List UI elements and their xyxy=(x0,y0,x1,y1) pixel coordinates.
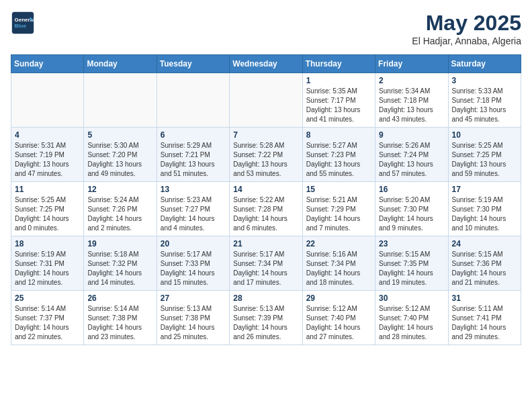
day-number: 22 xyxy=(306,239,371,248)
day-info: Sunrise: 5:24 AM Sunset: 7:26 PM Dayligh… xyxy=(87,195,152,233)
svg-text:Blue: Blue xyxy=(14,23,26,29)
calendar-cell: 6Sunrise: 5:29 AM Sunset: 7:21 PM Daylig… xyxy=(157,128,229,182)
calendar-cell: 8Sunrise: 5:27 AM Sunset: 7:23 PM Daylig… xyxy=(302,128,375,182)
calendar-cell: 14Sunrise: 5:22 AM Sunset: 7:28 PM Dayli… xyxy=(230,182,302,236)
day-number: 16 xyxy=(379,185,444,194)
day-info: Sunrise: 5:28 AM Sunset: 7:22 PM Dayligh… xyxy=(233,141,298,179)
day-number: 10 xyxy=(452,130,517,140)
location: El Hadjar, Annaba, Algeria xyxy=(412,36,521,46)
logo-icon: General Blue xyxy=(11,11,35,35)
day-number: 6 xyxy=(161,130,226,140)
weekday-header-sunday: Sunday xyxy=(11,55,84,73)
calendar-cell: 2Sunrise: 5:34 AM Sunset: 7:18 PM Daylig… xyxy=(375,73,448,128)
calendar-week-3: 11Sunrise: 5:25 AM Sunset: 7:25 PM Dayli… xyxy=(11,182,521,236)
day-info: Sunrise: 5:12 AM Sunset: 7:40 PM Dayligh… xyxy=(306,304,371,342)
day-info: Sunrise: 5:18 AM Sunset: 7:32 PM Dayligh… xyxy=(87,250,152,287)
day-info: Sunrise: 5:33 AM Sunset: 7:18 PM Dayligh… xyxy=(452,87,517,124)
calendar-cell: 21Sunrise: 5:17 AM Sunset: 7:34 PM Dayli… xyxy=(230,236,302,291)
day-info: Sunrise: 5:25 AM Sunset: 7:25 PM Dayligh… xyxy=(15,195,80,233)
calendar-cell: 13Sunrise: 5:23 AM Sunset: 7:27 PM Dayli… xyxy=(157,182,229,236)
day-number: 26 xyxy=(87,293,152,303)
calendar-cell: 11Sunrise: 5:25 AM Sunset: 7:25 PM Dayli… xyxy=(11,182,84,236)
day-info: Sunrise: 5:21 AM Sunset: 7:29 PM Dayligh… xyxy=(306,195,371,233)
calendar-table: SundayMondayTuesdayWednesdayThursdayFrid… xyxy=(11,54,521,345)
calendar-week-5: 25Sunrise: 5:14 AM Sunset: 7:37 PM Dayli… xyxy=(11,291,521,345)
day-info: Sunrise: 5:20 AM Sunset: 7:30 PM Dayligh… xyxy=(379,195,444,233)
calendar-cell: 16Sunrise: 5:20 AM Sunset: 7:30 PM Dayli… xyxy=(375,182,448,236)
day-number: 24 xyxy=(452,239,517,248)
calendar-cell: 22Sunrise: 5:16 AM Sunset: 7:34 PM Dayli… xyxy=(302,236,375,291)
day-info: Sunrise: 5:31 AM Sunset: 7:19 PM Dayligh… xyxy=(15,141,80,179)
day-number: 30 xyxy=(379,293,444,303)
day-number: 9 xyxy=(379,130,444,140)
day-number: 28 xyxy=(233,293,298,303)
weekday-header-monday: Monday xyxy=(84,55,157,73)
calendar-week-2: 4Sunrise: 5:31 AM Sunset: 7:19 PM Daylig… xyxy=(11,128,521,182)
day-number: 20 xyxy=(161,239,226,248)
calendar-cell: 25Sunrise: 5:14 AM Sunset: 7:37 PM Dayli… xyxy=(11,291,84,345)
logo: General Blue xyxy=(11,11,35,35)
weekday-header-tuesday: Tuesday xyxy=(157,55,229,73)
day-info: Sunrise: 5:17 AM Sunset: 7:34 PM Dayligh… xyxy=(233,250,298,287)
day-number: 31 xyxy=(452,293,517,303)
calendar-cell: 15Sunrise: 5:21 AM Sunset: 7:29 PM Dayli… xyxy=(302,182,375,236)
calendar-cell: 12Sunrise: 5:24 AM Sunset: 7:26 PM Dayli… xyxy=(84,182,157,236)
calendar-cell: 23Sunrise: 5:15 AM Sunset: 7:35 PM Dayli… xyxy=(375,236,448,291)
weekday-header-wednesday: Wednesday xyxy=(230,55,302,73)
day-info: Sunrise: 5:35 AM Sunset: 7:17 PM Dayligh… xyxy=(306,87,371,124)
month-title: May 2025 xyxy=(412,11,521,36)
day-number: 29 xyxy=(306,293,371,303)
day-number: 5 xyxy=(87,130,152,140)
day-info: Sunrise: 5:22 AM Sunset: 7:28 PM Dayligh… xyxy=(233,195,298,233)
calendar-cell xyxy=(230,73,302,128)
calendar-week-4: 18Sunrise: 5:19 AM Sunset: 7:31 PM Dayli… xyxy=(11,236,521,291)
title-block: May 2025 El Hadjar, Annaba, Algeria xyxy=(412,11,521,46)
day-info: Sunrise: 5:25 AM Sunset: 7:25 PM Dayligh… xyxy=(452,141,517,179)
day-info: Sunrise: 5:15 AM Sunset: 7:35 PM Dayligh… xyxy=(379,250,444,287)
day-number: 15 xyxy=(306,185,371,194)
day-number: 2 xyxy=(379,76,444,85)
page-header: General Blue May 2025 El Hadjar, Annaba,… xyxy=(11,11,521,46)
calendar-cell: 19Sunrise: 5:18 AM Sunset: 7:32 PM Dayli… xyxy=(84,236,157,291)
calendar-cell: 10Sunrise: 5:25 AM Sunset: 7:25 PM Dayli… xyxy=(448,128,521,182)
day-info: Sunrise: 5:14 AM Sunset: 7:37 PM Dayligh… xyxy=(15,304,80,342)
day-number: 18 xyxy=(15,239,80,248)
day-info: Sunrise: 5:26 AM Sunset: 7:24 PM Dayligh… xyxy=(379,141,444,179)
calendar-cell xyxy=(157,73,229,128)
day-info: Sunrise: 5:30 AM Sunset: 7:20 PM Dayligh… xyxy=(87,141,152,179)
calendar-cell: 28Sunrise: 5:13 AM Sunset: 7:39 PM Dayli… xyxy=(230,291,302,345)
day-number: 21 xyxy=(233,239,298,248)
day-info: Sunrise: 5:12 AM Sunset: 7:40 PM Dayligh… xyxy=(379,304,444,342)
calendar-cell xyxy=(11,73,84,128)
day-number: 19 xyxy=(87,239,152,248)
calendar-cell: 9Sunrise: 5:26 AM Sunset: 7:24 PM Daylig… xyxy=(375,128,448,182)
calendar-header: SundayMondayTuesdayWednesdayThursdayFrid… xyxy=(11,55,521,73)
day-number: 27 xyxy=(161,293,226,303)
day-number: 25 xyxy=(15,293,80,303)
calendar-cell: 18Sunrise: 5:19 AM Sunset: 7:31 PM Dayli… xyxy=(11,236,84,291)
day-number: 13 xyxy=(161,185,226,194)
day-info: Sunrise: 5:19 AM Sunset: 7:31 PM Dayligh… xyxy=(15,250,80,287)
calendar-cell: 7Sunrise: 5:28 AM Sunset: 7:22 PM Daylig… xyxy=(230,128,302,182)
day-number: 7 xyxy=(233,130,298,140)
day-number: 23 xyxy=(379,239,444,248)
day-number: 17 xyxy=(452,185,517,194)
day-number: 11 xyxy=(15,185,80,194)
weekday-header-thursday: Thursday xyxy=(302,55,375,73)
day-info: Sunrise: 5:29 AM Sunset: 7:21 PM Dayligh… xyxy=(161,141,226,179)
day-number: 14 xyxy=(233,185,298,194)
calendar-cell: 17Sunrise: 5:19 AM Sunset: 7:30 PM Dayli… xyxy=(448,182,521,236)
day-number: 3 xyxy=(452,76,517,85)
day-info: Sunrise: 5:13 AM Sunset: 7:38 PM Dayligh… xyxy=(161,304,226,342)
calendar-cell: 4Sunrise: 5:31 AM Sunset: 7:19 PM Daylig… xyxy=(11,128,84,182)
day-info: Sunrise: 5:15 AM Sunset: 7:36 PM Dayligh… xyxy=(452,250,517,287)
calendar-cell: 27Sunrise: 5:13 AM Sunset: 7:38 PM Dayli… xyxy=(157,291,229,345)
day-info: Sunrise: 5:16 AM Sunset: 7:34 PM Dayligh… xyxy=(306,250,371,287)
calendar-cell: 5Sunrise: 5:30 AM Sunset: 7:20 PM Daylig… xyxy=(84,128,157,182)
calendar-cell: 29Sunrise: 5:12 AM Sunset: 7:40 PM Dayli… xyxy=(302,291,375,345)
calendar-week-1: 1Sunrise: 5:35 AM Sunset: 7:17 PM Daylig… xyxy=(11,73,521,128)
calendar-cell: 20Sunrise: 5:17 AM Sunset: 7:33 PM Dayli… xyxy=(157,236,229,291)
day-info: Sunrise: 5:19 AM Sunset: 7:30 PM Dayligh… xyxy=(452,195,517,233)
day-info: Sunrise: 5:34 AM Sunset: 7:18 PM Dayligh… xyxy=(379,87,444,124)
day-info: Sunrise: 5:14 AM Sunset: 7:38 PM Dayligh… xyxy=(87,304,152,342)
